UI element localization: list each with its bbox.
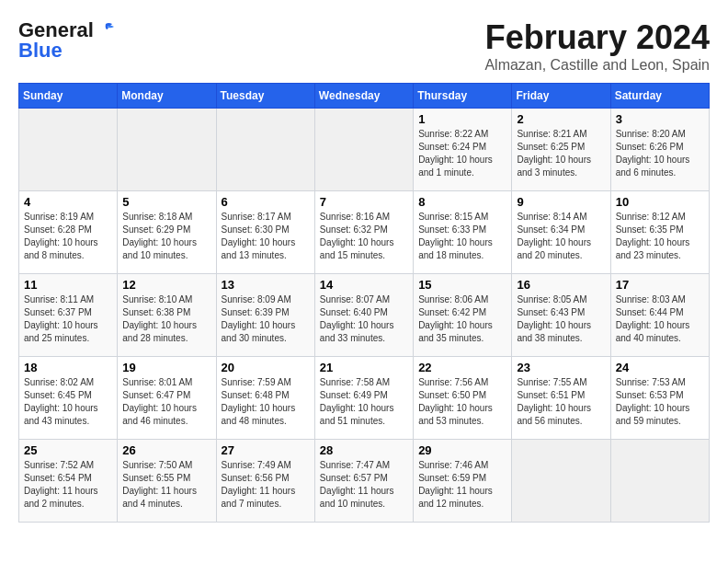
calendar-cell: 12Sunrise: 8:10 AM Sunset: 6:38 PM Dayli… [118, 274, 216, 357]
calendar-week-row: 1Sunrise: 8:22 AM Sunset: 6:24 PM Daylig… [19, 109, 710, 191]
page-header: General Blue February 2024 Almazan, Cast… [18, 18, 710, 74]
day-info: Sunrise: 8:20 AM Sunset: 6:26 PM Dayligh… [616, 128, 704, 179]
day-info: Sunrise: 8:02 AM Sunset: 6:45 PM Dayligh… [24, 376, 112, 428]
day-info: Sunrise: 8:17 AM Sunset: 6:30 PM Dayligh… [222, 211, 310, 262]
day-number: 16 [517, 278, 605, 292]
day-info: Sunrise: 7:58 AM Sunset: 6:49 PM Dayligh… [320, 376, 408, 428]
day-info: Sunrise: 8:18 AM Sunset: 6:29 PM Dayligh… [122, 211, 210, 262]
day-number: 9 [517, 195, 605, 209]
day-info: Sunrise: 8:15 AM Sunset: 6:33 PM Dayligh… [418, 211, 506, 262]
day-number: 2 [517, 112, 605, 126]
logo-bird-icon [96, 22, 116, 39]
calendar-cell: 20Sunrise: 7:59 AM Sunset: 6:48 PM Dayli… [216, 357, 314, 440]
calendar-week-row: 25Sunrise: 7:52 AM Sunset: 6:54 PM Dayli… [19, 440, 710, 523]
calendar-cell: 19Sunrise: 8:01 AM Sunset: 6:47 PM Dayli… [118, 357, 216, 440]
calendar-cell: 2Sunrise: 8:21 AM Sunset: 6:25 PM Daylig… [512, 109, 610, 191]
day-info: Sunrise: 8:21 AM Sunset: 6:25 PM Dayligh… [517, 128, 605, 179]
calendar-cell [512, 440, 610, 523]
subtitle: Almazan, Castille and Leon, Spain [484, 57, 710, 74]
day-info: Sunrise: 8:19 AM Sunset: 6:28 PM Dayligh… [24, 211, 112, 262]
day-number: 26 [122, 443, 210, 457]
day-number: 25 [24, 443, 112, 457]
day-info: Sunrise: 8:05 AM Sunset: 6:43 PM Dayligh… [517, 293, 605, 345]
day-number: 4 [24, 195, 112, 209]
day-number: 11 [24, 278, 112, 292]
calendar-cell: 13Sunrise: 8:09 AM Sunset: 6:39 PM Dayli… [216, 274, 314, 357]
calendar-cell: 23Sunrise: 7:55 AM Sunset: 6:51 PM Dayli… [512, 357, 610, 440]
calendar-week-row: 4Sunrise: 8:19 AM Sunset: 6:28 PM Daylig… [19, 191, 710, 274]
calendar-cell: 8Sunrise: 8:15 AM Sunset: 6:33 PM Daylig… [414, 191, 512, 274]
day-number: 18 [24, 361, 112, 374]
day-info: Sunrise: 8:10 AM Sunset: 6:38 PM Dayligh… [122, 293, 210, 345]
day-info: Sunrise: 7:50 AM Sunset: 6:55 PM Dayligh… [122, 459, 210, 511]
day-number: 20 [222, 361, 310, 374]
day-number: 21 [320, 361, 408, 374]
day-number: 24 [616, 361, 704, 374]
day-number: 28 [320, 443, 408, 457]
calendar-header-row: SundayMondayTuesdayWednesdayThursdayFrid… [19, 84, 710, 109]
weekday-header: Sunday [19, 84, 118, 109]
day-info: Sunrise: 7:52 AM Sunset: 6:54 PM Dayligh… [24, 459, 112, 511]
calendar-cell: 10Sunrise: 8:12 AM Sunset: 6:35 PM Dayli… [610, 191, 709, 274]
calendar-cell: 18Sunrise: 8:02 AM Sunset: 6:45 PM Dayli… [19, 357, 118, 440]
day-number: 14 [320, 278, 408, 292]
day-info: Sunrise: 8:11 AM Sunset: 6:37 PM Dayligh… [24, 293, 112, 345]
day-number: 23 [517, 361, 605, 374]
day-info: Sunrise: 8:07 AM Sunset: 6:40 PM Dayligh… [320, 293, 408, 345]
day-info: Sunrise: 8:16 AM Sunset: 6:32 PM Dayligh… [320, 211, 408, 262]
calendar-cell: 1Sunrise: 8:22 AM Sunset: 6:24 PM Daylig… [414, 109, 512, 191]
day-number: 17 [616, 278, 704, 292]
day-number: 1 [418, 112, 506, 126]
day-info: Sunrise: 7:55 AM Sunset: 6:51 PM Dayligh… [517, 376, 605, 428]
calendar-cell: 7Sunrise: 8:16 AM Sunset: 6:32 PM Daylig… [314, 191, 413, 274]
calendar-cell [610, 440, 709, 523]
calendar-cell: 26Sunrise: 7:50 AM Sunset: 6:55 PM Dayli… [118, 440, 216, 523]
day-info: Sunrise: 8:01 AM Sunset: 6:47 PM Dayligh… [122, 376, 210, 428]
calendar-cell [19, 109, 118, 191]
day-info: Sunrise: 7:59 AM Sunset: 6:48 PM Dayligh… [222, 376, 310, 428]
weekday-header: Monday [118, 84, 216, 109]
calendar-cell [314, 109, 413, 191]
day-number: 22 [418, 361, 506, 374]
calendar-cell: 16Sunrise: 8:05 AM Sunset: 6:43 PM Dayli… [512, 274, 610, 357]
day-info: Sunrise: 8:03 AM Sunset: 6:44 PM Dayligh… [616, 293, 704, 345]
day-info: Sunrise: 8:06 AM Sunset: 6:42 PM Dayligh… [418, 293, 506, 345]
day-info: Sunrise: 8:14 AM Sunset: 6:34 PM Dayligh… [517, 211, 605, 262]
logo: General Blue [18, 18, 116, 63]
calendar-table: SundayMondayTuesdayWednesdayThursdayFrid… [18, 83, 710, 523]
calendar-cell: 22Sunrise: 7:56 AM Sunset: 6:50 PM Dayli… [414, 357, 512, 440]
calendar-cell: 17Sunrise: 8:03 AM Sunset: 6:44 PM Dayli… [610, 274, 709, 357]
day-info: Sunrise: 7:46 AM Sunset: 6:59 PM Dayligh… [418, 459, 506, 511]
calendar-cell [216, 109, 314, 191]
day-number: 10 [616, 195, 704, 209]
day-info: Sunrise: 7:53 AM Sunset: 6:53 PM Dayligh… [616, 376, 704, 428]
calendar-week-row: 11Sunrise: 8:11 AM Sunset: 6:37 PM Dayli… [19, 274, 710, 357]
logo-blue-text: Blue [18, 39, 63, 63]
calendar-cell: 5Sunrise: 8:18 AM Sunset: 6:29 PM Daylig… [118, 191, 216, 274]
weekday-header: Wednesday [314, 84, 413, 109]
day-info: Sunrise: 7:56 AM Sunset: 6:50 PM Dayligh… [418, 376, 506, 428]
weekday-header: Friday [512, 84, 610, 109]
day-info: Sunrise: 8:09 AM Sunset: 6:39 PM Dayligh… [222, 293, 310, 345]
day-number: 15 [418, 278, 506, 292]
calendar-week-row: 18Sunrise: 8:02 AM Sunset: 6:45 PM Dayli… [19, 357, 710, 440]
day-info: Sunrise: 8:12 AM Sunset: 6:35 PM Dayligh… [616, 211, 704, 262]
weekday-header: Thursday [414, 84, 512, 109]
calendar-cell: 4Sunrise: 8:19 AM Sunset: 6:28 PM Daylig… [19, 191, 118, 274]
calendar-cell: 24Sunrise: 7:53 AM Sunset: 6:53 PM Dayli… [610, 357, 709, 440]
day-number: 29 [418, 443, 506, 457]
day-number: 6 [222, 195, 310, 209]
calendar-cell: 28Sunrise: 7:47 AM Sunset: 6:57 PM Dayli… [314, 440, 413, 523]
calendar-cell: 3Sunrise: 8:20 AM Sunset: 6:26 PM Daylig… [610, 109, 709, 191]
day-number: 5 [122, 195, 210, 209]
day-info: Sunrise: 8:22 AM Sunset: 6:24 PM Dayligh… [418, 128, 506, 179]
weekday-header: Saturday [610, 84, 709, 109]
calendar-cell: 6Sunrise: 8:17 AM Sunset: 6:30 PM Daylig… [216, 191, 314, 274]
title-block: February 2024 Almazan, Castille and Leon… [484, 18, 710, 74]
day-number: 8 [418, 195, 506, 209]
day-number: 13 [222, 278, 310, 292]
calendar-cell: 27Sunrise: 7:49 AM Sunset: 6:56 PM Dayli… [216, 440, 314, 523]
calendar-cell: 15Sunrise: 8:06 AM Sunset: 6:42 PM Dayli… [414, 274, 512, 357]
weekday-header: Tuesday [216, 84, 314, 109]
day-number: 19 [122, 361, 210, 374]
